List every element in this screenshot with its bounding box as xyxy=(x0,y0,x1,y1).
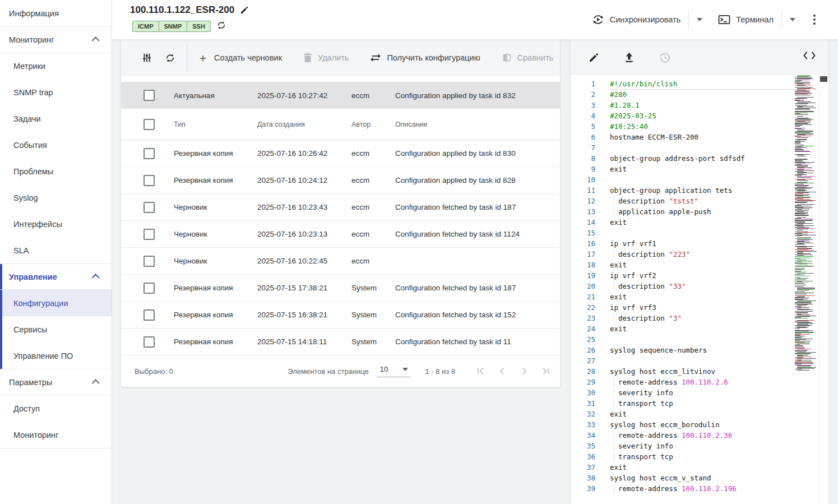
sync-button[interactable]: Синхронизировать xyxy=(592,13,680,26)
table-row[interactable]: Черновик2025-07-16 10:23:13eccmConfigura… xyxy=(121,221,560,248)
sync-dropdown-caret[interactable] xyxy=(697,18,702,21)
delete-button[interactable]: Удалить xyxy=(303,53,349,63)
badge-ssh: SSH xyxy=(187,21,211,32)
row-checkbox[interactable] xyxy=(143,202,155,213)
prev-page-icon[interactable] xyxy=(496,365,508,377)
row-checkbox[interactable] xyxy=(143,336,155,348)
first-page-icon[interactable] xyxy=(474,365,487,377)
column-date[interactable]: Дата создания xyxy=(257,121,351,128)
sidebar-item-syslog[interactable]: Syslog xyxy=(0,184,112,211)
cell-date: 2025-07-16 10:24:12 xyxy=(257,176,351,184)
table-header-row: Тип Дата создания Автор Описание xyxy=(121,109,560,140)
code-line: 11object-group application tets xyxy=(571,185,794,196)
cell-type: Резервная копия xyxy=(174,149,257,158)
terminal-button[interactable]: Терминал xyxy=(718,15,774,25)
fetch-config-label: Получить конфигурацию xyxy=(387,53,480,62)
sidebar-item-интерфейсы[interactable]: Интерфейсы xyxy=(0,211,112,237)
current-configuration-row[interactable]: Актуальная 2025-07-16 10:27:42 eccm Conf… xyxy=(121,82,560,109)
code-line: 28syslog host eccm_litvinov xyxy=(571,366,794,377)
sidebar-item-метрики[interactable]: Метрики xyxy=(0,53,112,79)
line-number: 24 xyxy=(571,323,595,334)
line-number: 7 xyxy=(571,142,595,153)
per-page-select[interactable]: 10 xyxy=(377,365,410,377)
line-content: description "3" xyxy=(610,313,682,323)
cell-author: eccm xyxy=(351,257,395,265)
sidebar-item-конфигурации[interactable]: Конфигурации xyxy=(0,290,112,316)
code-line: 10 xyxy=(571,174,794,185)
upload-config-icon[interactable] xyxy=(624,52,635,63)
table-row[interactable]: Резервная копия2025-07-16 10:24:12eccmCo… xyxy=(121,167,560,194)
select-all-checkbox[interactable] xyxy=(143,119,155,130)
line-number: 2 xyxy=(571,89,595,100)
fetch-config-button[interactable]: Получить конфигурацию xyxy=(370,53,480,62)
table-row[interactable]: Черновик2025-07-16 10:22:45eccm xyxy=(121,248,560,275)
cell-description: Configuration fetched by task id 1124 xyxy=(395,230,560,238)
code-editor[interactable]: 1#!/usr/bin/clish2#2803#1.28.14#2025-03-… xyxy=(571,75,828,504)
line-number: 6 xyxy=(571,132,595,142)
edit-title-icon[interactable] xyxy=(240,6,249,15)
sidebar-item-события[interactable]: События xyxy=(0,132,112,158)
swap-arrows-icon xyxy=(370,53,381,62)
line-number: 16 xyxy=(571,238,595,249)
cell-description: Configuration fetched by task id 187 xyxy=(395,203,560,211)
per-page-value: 10 xyxy=(380,365,388,373)
row-checkbox[interactable] xyxy=(143,175,155,186)
cell-type: Черновик xyxy=(174,230,257,238)
row-checkbox[interactable] xyxy=(143,283,155,294)
sidebar-item-управление[interactable]: Управление xyxy=(0,263,112,290)
table-row[interactable]: Резервная копия2025-07-15 17:38:21System… xyxy=(121,275,560,302)
table-row[interactable]: Резервная копия2025-07-16 10:26:42eccmCo… xyxy=(121,140,560,167)
code-line: 37exit xyxy=(571,462,794,473)
line-number: 20 xyxy=(571,281,595,292)
code-line: 32exit xyxy=(571,409,794,419)
line-number: 4 xyxy=(571,110,595,121)
line-content: syslog host eccm_v_stand xyxy=(610,473,711,483)
cell-type: Актуальная xyxy=(174,91,257,100)
column-type[interactable]: Тип xyxy=(174,121,257,128)
next-page-icon[interactable] xyxy=(518,365,530,377)
table-row[interactable]: Черновик2025-07-16 10:23:43eccmConfigura… xyxy=(121,194,560,221)
terminal-dropdown-caret[interactable] xyxy=(790,18,795,21)
row-checkbox[interactable] xyxy=(143,229,155,240)
configuration-editor-panel: 1#!/usr/bin/clish2#2803#1.28.14#2025-03-… xyxy=(571,39,828,504)
cell-date: 2025-07-15 16:38:21 xyxy=(257,311,351,319)
sidebar-item-управление-по[interactable]: Управление ПО xyxy=(0,343,112,369)
sidebar-item-sla[interactable]: SLA xyxy=(0,237,112,263)
terminal-button-label: Терминал xyxy=(736,15,774,24)
sidebar-item-проблемы[interactable]: Проблемы xyxy=(0,158,112,184)
sidebar-item-задачи[interactable]: Задачи xyxy=(0,105,112,132)
table-row[interactable]: Резервная копия2025-07-15 14:18:11System… xyxy=(121,329,560,355)
row-checkbox[interactable] xyxy=(143,256,155,267)
cell-description: Configuration fetched by task id 152 xyxy=(395,311,560,319)
sidebar-item-мониторинг[interactable]: Мониторинг xyxy=(0,26,112,53)
code-line: 15 xyxy=(571,228,794,238)
editor-scrollbar[interactable] xyxy=(819,75,828,504)
sidebar-item-snmp-trap[interactable]: SNMP trap xyxy=(0,79,112,105)
line-content: object-group address-port sdfsdf xyxy=(610,153,745,164)
last-page-icon[interactable] xyxy=(540,365,552,377)
sidebar-item-сервисы[interactable]: Сервисы xyxy=(0,316,112,343)
row-checkbox[interactable] xyxy=(143,309,155,321)
scrollbar-thumb[interactable] xyxy=(820,76,827,82)
refresh-status-icon[interactable] xyxy=(216,20,226,30)
column-description[interactable]: Описание xyxy=(395,121,560,128)
code-view-icon[interactable] xyxy=(803,50,816,61)
refresh-table-icon[interactable] xyxy=(165,53,175,63)
compare-button[interactable]: Сравнить xyxy=(502,53,554,63)
sidebar-item-информация[interactable]: Информация xyxy=(0,0,112,26)
cell-date: 2025-07-16 10:23:43 xyxy=(257,203,351,211)
row-checkbox[interactable] xyxy=(143,90,155,101)
row-checkbox[interactable] xyxy=(143,148,155,159)
create-draft-button[interactable]: ＋ Создать черновик xyxy=(197,53,282,63)
column-author[interactable]: Автор xyxy=(351,121,395,128)
history-icon[interactable] xyxy=(659,52,671,63)
sidebar-item-параметры[interactable]: Параметры xyxy=(0,369,112,395)
table-row[interactable]: Резервная копия2025-07-15 16:38:21System… xyxy=(121,302,560,329)
filter-icon[interactable] xyxy=(141,52,152,63)
sidebar-item-доступ[interactable]: Доступ xyxy=(0,395,112,422)
line-content: syslog host eccm_litvinov xyxy=(610,366,715,377)
minimap[interactable] xyxy=(795,75,816,371)
sidebar-item-мониторинг[interactable]: Мониторинг xyxy=(0,422,112,448)
edit-config-icon[interactable] xyxy=(589,52,599,63)
more-actions-icon[interactable] xyxy=(810,11,819,28)
